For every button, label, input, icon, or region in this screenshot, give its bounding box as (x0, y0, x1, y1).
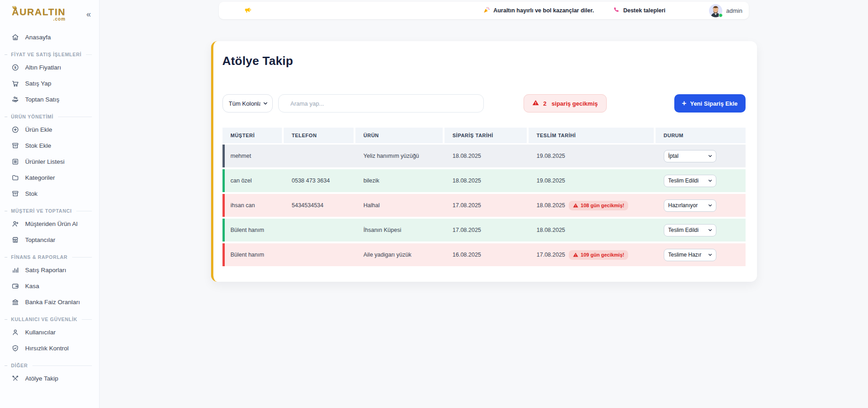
cell-urun: İhsanın Küpesi (355, 227, 445, 233)
sidebar-item-urun-ekle[interactable]: Ürün Ekle (0, 122, 99, 138)
user-icon (11, 328, 19, 337)
megaphone-icon[interactable] (244, 6, 252, 16)
avatar (709, 4, 722, 17)
orders-table: MÜŞTERİTELEFONÜRÜNSİPARİŞ TARİHİTESLİM T… (222, 128, 746, 266)
sidebar-item-altin-fiyatlari[interactable]: $Altın Fiyatları (0, 59, 99, 75)
cell-siparis-tarihi: 18.08.2025 (445, 177, 529, 184)
add-order-label: Yeni Sipariş Ekle (690, 100, 737, 107)
status-select-wrap: Teslime Hazır (664, 249, 716, 261)
list-icon (11, 158, 19, 166)
overdue-label: sipariş gecikmiş (551, 100, 598, 107)
status-select[interactable]: Teslim Edildi (664, 224, 716, 236)
sidebar-item-label: Altın Fiyatları (25, 64, 61, 71)
teslim-tarihi-value: 19.08.2025 (537, 153, 566, 159)
delay-badge: 109 gün gecikmiş! (569, 250, 628, 260)
sidebar-header: AURALTIN .com « (0, 5, 99, 24)
delay-text: 108 gün gecikmiş! (581, 203, 624, 208)
status-select[interactable]: Teslime Hazır (664, 249, 716, 261)
sidebar-section-diger: DİĞER (0, 363, 99, 368)
sidebar-item-atolye-takip[interactable]: Atölye Takip (0, 370, 99, 387)
username: admin (726, 7, 742, 14)
sidebar-collapse-icon[interactable]: « (86, 10, 91, 18)
sidebar-item-toptancilar[interactable]: Toptancılar (0, 232, 99, 248)
cell-teslim-tarihi: 18.08.2025108 gün gecikmiş! (529, 201, 656, 210)
sidebar-section-kullanici-ve-guvenlik: KULLANICI VE GÜVENLİK (0, 317, 99, 322)
warning-triangle-icon (573, 252, 578, 258)
column-filter-select[interactable]: Tüm Kolonlar (222, 94, 273, 113)
sidebar-item-stok-ekle[interactable]: Stok Ekle (0, 138, 99, 154)
shield-check-icon (11, 344, 19, 353)
brand-logo[interactable]: AURALTIN .com (12, 7, 66, 21)
table-row: ihsan can5434534534Halhal17.08.202518.08… (222, 194, 746, 217)
user-menu[interactable]: admin (709, 4, 742, 17)
overdue-count: 2 (543, 100, 546, 107)
wallet-icon (11, 282, 19, 290)
table-controls: Tüm Kolonlar 2 sipariş gecikmiş + (222, 94, 746, 113)
cell-musteri: ihsan can (225, 202, 284, 209)
home-icon (11, 33, 19, 42)
atolye-takip-card: Atölye Takip Tüm Kolonlar 2 sipa (211, 41, 757, 282)
cell-urun: Halhal (355, 202, 445, 209)
support-requests-link[interactable]: Destek talepleri (613, 6, 665, 15)
sidebar-section-label: ÜRÜN YÖNETİMİ (11, 114, 53, 119)
brand-tld: .com (53, 17, 65, 21)
status-select-wrap: Hazırlanıyor (664, 199, 716, 212)
sidebar-item-label: Toptan Satış (25, 96, 59, 103)
cell-teslim-tarihi: 19.08.2025 (529, 177, 656, 184)
cell-telefon: 5434534534 (284, 202, 355, 209)
sidebar-item-kasa[interactable]: Kasa (0, 278, 99, 294)
teslim-tarihi-value: 18.08.2025 (537, 227, 566, 233)
sidebar-section-label: FİYAT VE SATIŞ İŞLEMLERİ (11, 52, 81, 57)
sidebar-item-label: Stok Ekle (25, 142, 51, 149)
table-row: Bülent hanımİhsanın Küpesi17.08.202518.0… (222, 219, 746, 242)
sidebar-item-hirsizlik-kontrol[interactable]: Hırsızlık Kontrol (0, 340, 99, 356)
table-header-row: MÜŞTERİTELEFONÜRÜNSİPARİŞ TARİHİTESLİM T… (222, 128, 746, 143)
cell-urun: bilezik (355, 177, 445, 184)
column-header: SİPARİŞ TARİHİ (445, 128, 529, 143)
status-select-wrap: İptal (664, 150, 716, 162)
cell-teslim-tarihi: 19.08.2025 (529, 153, 656, 159)
status-select-wrap: Teslim Edildi (664, 175, 716, 187)
teslim-tarihi-value: 17.08.2025 (537, 252, 566, 258)
cell-durum: Teslime Hazır (656, 249, 746, 261)
sidebar-item-label: Anasayfa (25, 34, 51, 41)
sidebar-item-stok[interactable]: Stok (0, 186, 99, 202)
column-header: TELEFON (284, 128, 355, 143)
table-row: can özel0538 473 3634bilezik18.08.202519… (222, 169, 746, 192)
sidebar-item-label: Satış Raporları (25, 267, 66, 274)
status-select[interactable]: Hazırlanıyor (664, 199, 716, 212)
delay-badge: 108 gün gecikmiş! (569, 201, 628, 210)
sidebar-item-label: Atölye Takip (25, 375, 58, 382)
sidebar-item-anasayfa[interactable]: Anasayfa (0, 29, 99, 45)
plus-circle-icon (11, 126, 19, 134)
sidebar-item-banka-faiz-oranlari[interactable]: Banka Faiz Oranları (0, 294, 99, 310)
cell-siparis-tarihi: 16.08.2025 (445, 252, 529, 258)
announcement-text: Auraltın hayırlı ve bol kazançlar diler. (493, 7, 594, 14)
cell-urun: Yeliz hanımım yüzüğü (355, 153, 445, 159)
sidebar-section-musteri-ve-toptanci: MÜŞTERİ VE TOPTANCI (0, 208, 99, 214)
add-order-button[interactable]: + Yeni Sipariş Ekle (674, 94, 746, 113)
support-requests-label: Destek talepleri (623, 7, 665, 14)
status-select[interactable]: İptal (664, 150, 716, 162)
cell-teslim-tarihi: 17.08.2025109 gün gecikmiş! (529, 250, 656, 260)
cell-musteri: Bülent hanım (225, 227, 284, 233)
sidebar-item-urunler-listesi[interactable]: Ürünler Listesi (0, 154, 99, 170)
sidebar-item-satis-raporlari[interactable]: Satış Raporları (0, 262, 99, 278)
sidebar-item-satis-yap[interactable]: Satış Yap (0, 75, 99, 91)
tools-icon (11, 375, 19, 383)
cell-durum: Hazırlanıyor (656, 199, 746, 212)
sidebar-item-musteriden-urun-al[interactable]: Müşteriden Ürün Al (0, 216, 99, 232)
cell-musteri: Bülent hanım (225, 252, 284, 258)
sidebar-item-toptan-satis[interactable]: Toptan Satış (0, 91, 99, 107)
status-select[interactable]: Teslim Edildi (664, 175, 716, 187)
search-input[interactable] (278, 94, 484, 113)
sidebar-item-kategoriler[interactable]: Kategoriler (0, 170, 99, 186)
sidebar-item-label: Kasa (25, 283, 39, 290)
cell-durum: İptal (656, 150, 746, 162)
cell-musteri: can özel (225, 177, 284, 184)
archive-icon (11, 142, 19, 150)
table-body: mehmetYeliz hanımım yüzüğü18.08.202519.0… (222, 145, 746, 266)
cell-durum: Teslim Edildi (656, 175, 746, 187)
sidebar-item-kullanicilar[interactable]: Kullanıcılar (0, 324, 99, 340)
cell-telefon: 0538 473 3634 (284, 177, 355, 184)
